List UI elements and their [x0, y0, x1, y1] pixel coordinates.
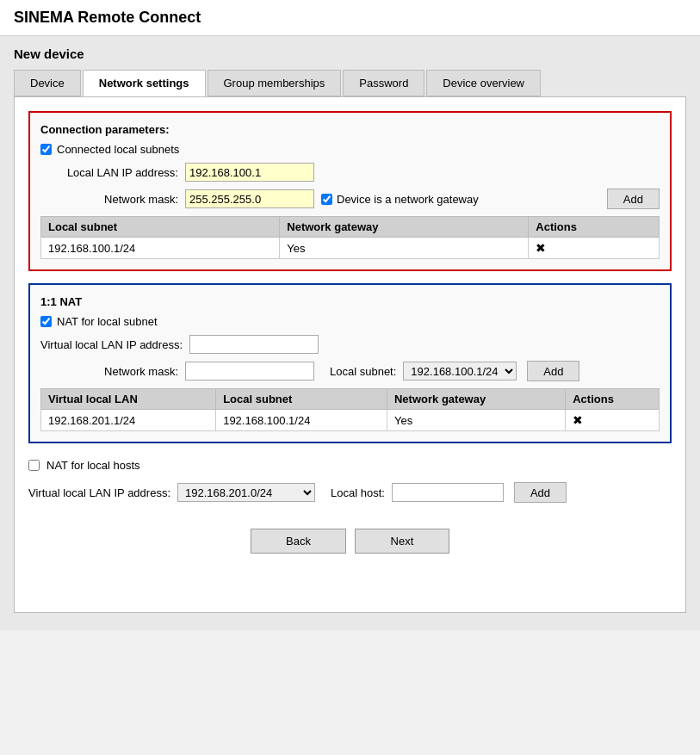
- footer-buttons: Back Next: [28, 529, 672, 562]
- local-subnet-table: Local subnet Network gateway Actions 192…: [40, 216, 660, 259]
- page-container: New device Device Network settings Group…: [0, 36, 700, 630]
- delete-row-icon[interactable]: ✖: [536, 241, 546, 255]
- gateway-checkbox-label: Device is a network gateway: [337, 193, 479, 206]
- tab-content: Connection parameters: Connected local s…: [14, 96, 686, 613]
- local-lan-ip-row: Local LAN IP address:: [40, 163, 660, 182]
- tab-device[interactable]: Device: [14, 70, 81, 96]
- network-mask-label: Network mask:: [40, 193, 178, 206]
- cell-network-gateway: Yes: [280, 238, 529, 259]
- nat-hosts-local-host-input[interactable]: [392, 483, 504, 502]
- nat-hosts-section: NAT for local hosts: [28, 455, 672, 475]
- nat-table: Virtual local LAN Local subnet Network g…: [40, 388, 660, 431]
- nat-checkbox[interactable]: [40, 316, 52, 327]
- nat-virtual-ip-label: Virtual local LAN IP address:: [40, 338, 183, 351]
- cell-actions: ✖: [529, 238, 660, 259]
- nat-virtual-ip-row: Virtual local LAN IP address:: [40, 335, 660, 354]
- nat-hosts-form-row: Virtual local LAN IP address: 192.168.20…: [28, 482, 672, 503]
- connection-add-button[interactable]: Add: [607, 189, 660, 209]
- nat-col-actions: Actions: [566, 389, 660, 410]
- tab-network-settings[interactable]: Network settings: [83, 70, 206, 96]
- nat-hosts-virtual-ip-select[interactable]: 192.168.201.0/24: [177, 483, 315, 502]
- local-lan-ip-label: Local LAN IP address:: [40, 166, 178, 179]
- table-row: 192.168.100.1/24 Yes ✖: [41, 238, 660, 259]
- nat-virtual-ip-input[interactable]: [189, 335, 319, 354]
- nat-local-subnet-select[interactable]: 192.168.100.1/24: [403, 362, 517, 381]
- tab-device-overview[interactable]: Device overview: [426, 70, 541, 96]
- nat-col-network-gateway: Network gateway: [387, 389, 565, 410]
- nat-cell-actions: ✖: [566, 410, 660, 431]
- app-title: SINEMA Remote Connect: [14, 9, 686, 27]
- app-header: SINEMA Remote Connect: [0, 0, 700, 36]
- gateway-checkbox[interactable]: [321, 194, 332, 205]
- connected-local-subnets-label: Connected local subnets: [57, 143, 179, 156]
- back-button[interactable]: Back: [251, 529, 346, 554]
- gateway-check-row: Device is a network gateway: [321, 193, 479, 206]
- tab-group-memberships[interactable]: Group memberships: [208, 70, 342, 96]
- nat-hosts-virtual-ip-label: Virtual local LAN IP address:: [28, 486, 170, 499]
- nat-cell-local-subnet: 192.168.100.1/24: [216, 410, 387, 431]
- nat-hosts-label: NAT for local hosts: [46, 459, 140, 472]
- col-actions: Actions: [529, 217, 660, 238]
- nat-cell-network-gateway: Yes: [387, 410, 565, 431]
- nat-table-row: 192.168.201.1/24 192.168.100.1/24 Yes ✖: [41, 410, 660, 431]
- nat-add-button[interactable]: Add: [527, 361, 579, 381]
- nat-mask-row: Network mask: Local subnet: 192.168.100.…: [40, 361, 660, 381]
- connection-params-title: Connection parameters:: [40, 123, 660, 136]
- tab-password[interactable]: Password: [343, 70, 424, 96]
- next-button[interactable]: Next: [355, 529, 449, 554]
- nat-hosts-local-host-label: Local host:: [331, 486, 385, 499]
- nat-hosts-checkbox[interactable]: [28, 460, 40, 471]
- nat-section: 1:1 NAT NAT for local subnet Virtual loc…: [28, 283, 672, 443]
- nat-mask-label: Network mask:: [40, 365, 178, 378]
- nat-col-local-subnet: Local subnet: [216, 389, 387, 410]
- local-lan-ip-input[interactable]: [185, 163, 314, 182]
- nat-col-virtual-lan: Virtual local LAN: [41, 389, 216, 410]
- connected-local-subnets-row: Connected local subnets: [40, 143, 660, 156]
- page-title: New device: [14, 46, 686, 61]
- cell-local-subnet: 192.168.100.1/24: [41, 238, 280, 259]
- nat-local-subnet-label: Local subnet:: [330, 365, 396, 378]
- nat-title: 1:1 NAT: [40, 295, 660, 308]
- network-mask-row: Network mask: Device is a network gatewa…: [40, 189, 660, 209]
- nat-mask-input[interactable]: [185, 362, 314, 381]
- nat-hosts-add-button[interactable]: Add: [514, 482, 567, 503]
- connected-local-subnets-checkbox[interactable]: [40, 144, 52, 155]
- connection-params-section: Connection parameters: Connected local s…: [28, 111, 672, 271]
- nat-delete-icon[interactable]: ✖: [573, 413, 583, 427]
- tabs: Device Network settings Group membership…: [14, 70, 686, 96]
- col-local-subnet: Local subnet: [41, 217, 280, 238]
- nat-cell-virtual-lan: 192.168.201.1/24: [41, 410, 216, 431]
- nat-checkbox-row: NAT for local subnet: [40, 315, 660, 328]
- col-network-gateway: Network gateway: [280, 217, 529, 238]
- nat-checkbox-label: NAT for local subnet: [57, 315, 158, 328]
- network-mask-input[interactable]: [185, 189, 314, 208]
